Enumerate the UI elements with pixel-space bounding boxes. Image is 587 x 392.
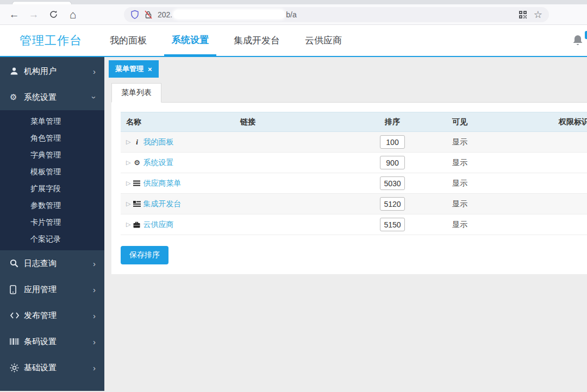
insecure-lock-icon[interactable] [144,10,153,20]
sidebar-item-org-users[interactable]: 机构用户 › [0,58,104,84]
table-row: ▷ ⚙ 系统设置 显示 [121,153,587,173]
sidebar: 机构用户 › ⚙ 系统设置 › 菜单管理 角色管理 字典管理 模板管理 扩展字段… [0,57,104,391]
save-sort-button[interactable]: 保存排序 [121,246,168,264]
sidebar-item-extended-fields[interactable]: 扩展字段 [0,180,104,197]
sidebar-item-system-settings[interactable]: ⚙ 系统设置 › [0,84,104,110]
top-tab-my-panel[interactable]: 我的面板 [102,25,154,56]
url-text[interactable]: 202. b/a [158,10,297,19]
notification-bell-icon[interactable]: 0 [572,34,586,48]
col-header-link: 链接 [235,112,360,132]
sort-input[interactable] [380,135,405,149]
sidebar-item-card-mgmt[interactable]: 卡片管理 [0,214,104,231]
sort-input[interactable] [380,197,405,211]
content-tab-menu-mgmt[interactable]: 菜单管理 × [109,60,159,78]
menu-list-panel: 名称 链接 排序 可见 权限标识 ▷ i [111,103,587,274]
visible-cell: 显示 [425,132,545,153]
qr-code-icon[interactable] [519,10,527,19]
notification-badge: 0 [585,31,587,39]
code-tags-icon [10,312,24,319]
bookmark-star-icon[interactable]: ☆ [534,9,542,21]
link-cell [235,173,360,194]
permission-cell [545,214,587,235]
chevron-down-icon: › [90,96,99,99]
expand-triangle-icon[interactable]: ▷ [126,159,130,166]
list-icon [133,180,141,186]
permission-cell [545,173,587,194]
permission-cell [545,132,587,153]
menu-link-integrated-dev[interactable]: 集成开发台 [143,199,181,209]
sidebar-item-case-records[interactable]: 个案记录 [0,231,104,248]
col-header-permission: 权限标识 [545,112,587,132]
table-row: ▷ 云供应商 [121,214,587,235]
sort-input[interactable] [380,218,405,231]
menu-link-supplier-menu[interactable]: 供应商菜单 [143,179,181,188]
table-row: ▷ 供应商菜单 [121,173,587,194]
col-header-sort: 排序 [360,112,425,132]
browser-toolbar: ← → ⌂ 202. b/a [0,4,587,25]
chevron-right-icon: › [93,363,96,372]
sidebar-item-dict-mgmt[interactable]: 字典管理 [0,147,104,163]
chevron-right-icon: › [93,337,96,346]
link-cell [235,214,360,235]
link-cell [235,153,360,173]
info-icon: i [133,138,141,147]
sidebar-item-app-mgmt[interactable]: 应用管理 › [0,276,104,302]
sidebar-item-role-mgmt[interactable]: 角色管理 [0,130,104,147]
sidebar-item-log-query[interactable]: 日志查询 › [0,250,104,276]
permission-cell [545,194,587,214]
briefcase-icon [133,222,141,228]
table-header-row: 名称 链接 排序 可见 权限标识 [121,112,587,132]
chevron-right-icon: › [93,259,96,268]
menu-table: 名称 链接 排序 可见 权限标识 ▷ i [121,112,587,235]
forward-icon[interactable]: → [26,7,41,22]
sidebar-item-template-mgmt[interactable]: 模板管理 [0,163,104,180]
chevron-right-icon: › [93,67,96,76]
sort-input[interactable] [380,156,405,169]
menu-link-my-panel[interactable]: 我的面板 [143,137,173,147]
mobile-icon [10,285,24,294]
top-tab-cloud-supplier[interactable]: 云供应商 [297,25,349,56]
chevron-right-icon: › [93,285,96,294]
sidebar-submenu-system-settings: 菜单管理 角色管理 字典管理 模板管理 扩展字段 参数管理 卡片管理 个案记录 [0,110,104,250]
reload-icon[interactable] [46,7,61,22]
gear-icon: ⚙ [133,159,141,167]
menu-link-system-settings[interactable]: 系统设置 [143,158,173,168]
top-nav-tabs: 我的面板 系统设置 集成开发台 云供应商 [102,25,359,56]
close-icon[interactable]: × [148,65,152,73]
table-row: ▷ i 我的面板 显示 [121,132,587,153]
cog-outline-icon [10,363,24,372]
col-header-name: 名称 [121,112,235,132]
top-tab-integrated-dev[interactable]: 集成开发台 [226,25,288,56]
expand-triangle-icon[interactable]: ▷ [126,200,130,207]
sidebar-item-menu-mgmt[interactable]: 菜单管理 [0,113,104,130]
sidebar-item-barcode-settings[interactable]: 条码设置 › [0,328,104,355]
top-tab-system-settings[interactable]: 系统设置 [164,25,216,56]
visible-cell: 显示 [425,153,545,173]
browser-tab[interactable] [12,1,72,4]
app-logo[interactable]: 管理工作台 [20,33,102,49]
expand-triangle-icon[interactable]: ▷ [126,221,130,228]
tab-menu-list[interactable]: 菜单列表 [111,83,161,103]
app-navbar: 管理工作台 我的面板 系统设置 集成开发台 云供应商 0 [0,25,587,57]
content-area: 菜单管理 × 菜单列表 名称 链接 排序 可见 [104,57,587,391]
permission-cell [545,153,587,173]
sidebar-item-basic-settings[interactable]: 基础设置 › [0,355,104,381]
table-row: ▷ 集成开发台 [121,194,587,214]
menu-link-cloud-supplier[interactable]: 云供应商 [143,220,173,230]
shield-icon[interactable] [130,10,139,20]
sort-input[interactable] [380,176,405,190]
home-icon[interactable]: ⌂ [65,7,80,22]
sidebar-item-param-mgmt[interactable]: 参数管理 [0,197,104,214]
sidebar-item-publish-mgmt[interactable]: 发布管理 › [0,302,104,328]
list-indent-icon [133,201,141,207]
expand-triangle-icon[interactable]: ▷ [126,180,130,187]
barcode-icon [10,338,24,345]
link-cell [235,194,360,214]
gear-icon: ⚙ [10,92,24,102]
visible-cell: 显示 [425,194,545,214]
back-icon[interactable]: ← [7,7,22,22]
visible-cell: 显示 [425,214,545,235]
url-bar[interactable]: 202. b/a ☆ [124,7,549,22]
user-icon [10,67,24,75]
expand-triangle-icon[interactable]: ▷ [126,138,130,146]
